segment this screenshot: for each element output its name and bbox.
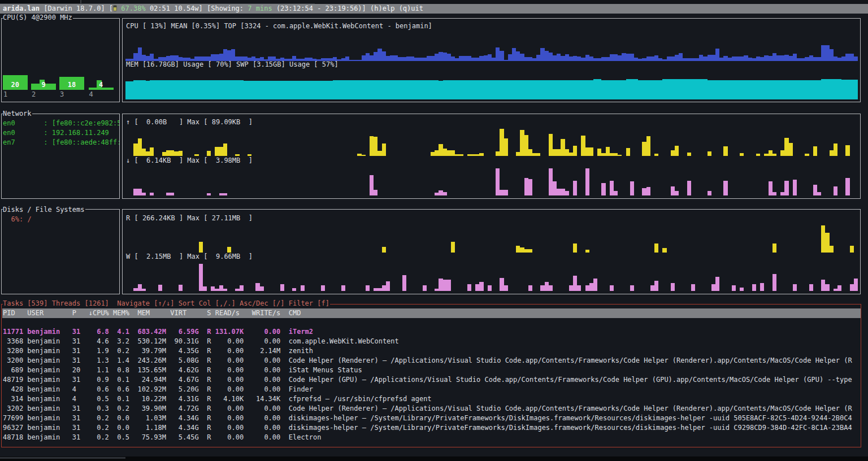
task-row-48718[interactable]: 48718 benjamin 31 0.2 0.5 75.93M 5.45G R… xyxy=(3,433,860,442)
cpu-core-axis-4: 4 xyxy=(89,90,93,99)
disk-write-chart xyxy=(125,264,858,291)
window-bottom-edge xyxy=(0,456,868,461)
network-interface-en0: en0 : [fe80::c2e:e982:5 xyxy=(3,119,119,128)
statusbar-text: [Darwin 18.7.0] [ xyxy=(40,5,113,12)
statusbar-text: (23:12:54 - 23:19:56)] xyxy=(272,5,370,12)
statusbar-help[interactable]: (h)elp xyxy=(370,5,394,12)
network-up-line: ↑ [ 0.00B ] Max [ 89.09KB ] xyxy=(126,118,253,127)
task-row-96327[interactable]: 96327 benjamin 31 0.2 0.0 1.18M 4.34G R … xyxy=(3,423,860,433)
network-box-title: Network xyxy=(3,109,32,119)
task-row-3200[interactable]: 3200 benjamin 31 1.3 1.4 243.26M 5.08G R… xyxy=(3,356,860,366)
cpu-core-axis-3: 3 xyxy=(60,90,64,99)
tasks-table-header[interactable]: PID USER P ↓CPU% MEM% MEM VIRT S READ/s … xyxy=(2,308,861,318)
cpu-core-value-2: 9 xyxy=(41,80,45,90)
task-row-11771[interactable]: 11771 benjamin 31 6.8 4.1 683.42M 6.59G … xyxy=(3,327,860,337)
mem-usage-line: MEM [16.78GB] Usage [ 70%] SWP [3.15GB] … xyxy=(126,60,338,69)
task-row-428[interactable]: 428 benjamin 4 0.6 0.6 102.92M 5.20G R 0… xyxy=(3,385,860,394)
mem-history-chart xyxy=(125,72,858,99)
statusbar-battery-percent: 67.38% xyxy=(121,5,145,12)
disk-usage: 6%: / xyxy=(11,215,32,224)
task-row-3202[interactable]: 3202 benjamin 31 0.3 0.2 39.90M 4.72G R … xyxy=(3,404,860,414)
network-down-line: ↓ [ 6.14KB ] Max [ 3.98MB ] xyxy=(126,156,253,166)
cpu-core-value-4: 4 xyxy=(99,80,103,90)
tasks-title: Tasks [539] Threads [1261] Navigate [↑/↓… xyxy=(3,299,330,308)
cpu-box-title: CPU(S) 4@2900 MHz xyxy=(3,13,73,23)
cpu-history-chart xyxy=(125,34,858,61)
network-down-chart xyxy=(125,168,858,195)
task-row-77699[interactable]: 77699 benjamin 31 0.2 0.0 1.03M 4.34G R … xyxy=(3,414,860,423)
battery-icon xyxy=(113,5,117,11)
task-row-689[interactable]: 689 benjamin 20 1.1 0.8 135.65M 4.62G R … xyxy=(3,366,860,375)
cpu-usage-line: CPU [ 13%] MEAN [0.35%] TOP [3324 - com.… xyxy=(126,21,432,31)
task-row-3368[interactable]: 3368 benjamin 31 4.6 3.2 530.12M 90.31G … xyxy=(3,337,860,346)
statusbar-hostname: arida.lan xyxy=(3,5,40,12)
statusbar-quit[interactable]: (q)uit xyxy=(399,5,423,12)
cpu-core-axis-2: 2 xyxy=(32,90,36,99)
statusbar-text: 02:51 10.54w] [Showing: xyxy=(146,5,248,12)
terminal-top-edge xyxy=(0,0,868,4)
task-row-48719[interactable]: 48719 benjamin 31 0.9 0.1 24.94M 4.67G R… xyxy=(3,375,860,385)
disk-read-line: R [ 266.24KB ] Max [ 27.11MB ] xyxy=(126,214,253,223)
disk-write-line: W [ 2.15MB ] Max [ 9.66MB ] xyxy=(126,252,253,262)
disks-box-title: Disks / File Systems xyxy=(3,205,85,215)
network-interface-en0: en0 : 192.168.11.249 xyxy=(3,128,119,138)
network-up-chart xyxy=(125,129,858,156)
statusbar-text xyxy=(394,5,398,12)
cpu-core-value-1: 20 xyxy=(11,80,19,90)
task-row-3280[interactable]: 3280 benjamin 31 1.9 0.2 39.79M 4.35G R … xyxy=(3,346,860,356)
cpu-core-axis-1: 1 xyxy=(3,90,7,99)
network-interface-en7: en7 : [fe80::aede:48ff: xyxy=(3,138,119,147)
status-bar: arida.lan [Darwin 18.7.0] [ 67.38% 02:51… xyxy=(0,4,868,14)
statusbar-showing-range: 7 mins xyxy=(248,5,272,12)
disk-read-chart xyxy=(125,225,858,253)
task-row-314[interactable]: 314 benjamin 4 0.5 0.1 10.22M 4.31G R 4.… xyxy=(3,394,860,404)
cpu-core-value-3: 18 xyxy=(68,80,76,90)
